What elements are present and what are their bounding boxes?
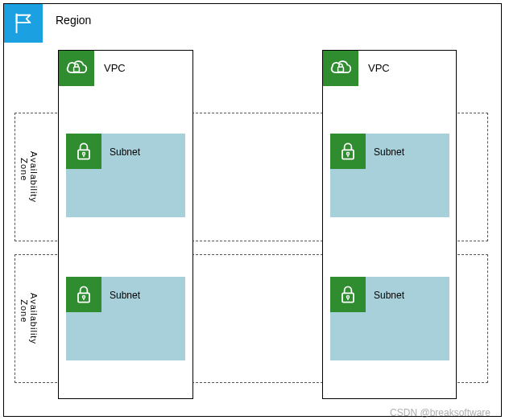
availability-zone-2-label: Availability Zone — [19, 293, 39, 344]
vpc-right-label: VPC — [368, 62, 390, 74]
subnet-top-right-label: Subnet — [374, 146, 404, 158]
subnet-top-right: Subnet — [330, 134, 449, 217]
lock-icon — [66, 277, 101, 312]
cloud-lock-icon — [323, 51, 358, 86]
svg-rect-1 — [74, 67, 80, 72]
lock-icon — [330, 134, 366, 169]
svg-point-13 — [346, 295, 349, 298]
lock-icon — [330, 277, 366, 312]
subnet-bottom-right: Subnet — [330, 277, 449, 360]
vpc-left-label: VPC — [104, 62, 126, 74]
subnet-bottom-left: Subnet — [66, 277, 185, 360]
svg-point-10 — [82, 295, 85, 298]
subnet-bottom-right-label: Subnet — [374, 290, 404, 301]
subnet-bottom-left-label: Subnet — [110, 290, 140, 301]
flag-icon — [4, 4, 43, 43]
cloud-lock-icon — [59, 51, 94, 86]
subnet-top-left: Subnet — [66, 134, 185, 217]
svg-point-4 — [82, 152, 85, 154]
svg-point-7 — [346, 152, 349, 154]
availability-zone-1-label: Availability Zone — [19, 151, 39, 203]
region-label: Region — [56, 14, 91, 27]
lock-icon — [66, 134, 101, 169]
subnet-top-left-label: Subnet — [110, 146, 140, 158]
svg-rect-2 — [338, 67, 344, 72]
